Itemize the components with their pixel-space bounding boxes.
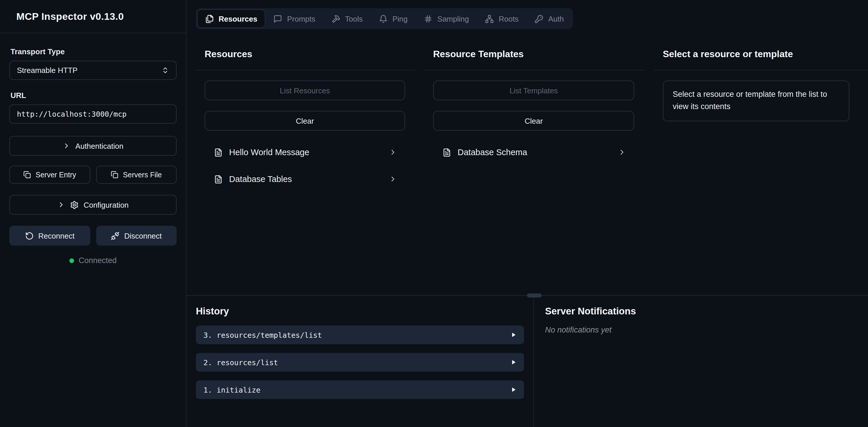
connection-buttons: Reconnect Disconnect xyxy=(9,226,177,246)
expand-icon-wrap xyxy=(510,359,517,365)
file-text-icon xyxy=(214,175,223,183)
gear-icon xyxy=(70,200,79,209)
server-notifications-title: Server Notifications xyxy=(545,306,868,317)
sidebar-body: Transport Type Streamable HTTP URL Authe… xyxy=(0,33,186,279)
chevron-right-icon xyxy=(618,148,626,156)
resource-templates-title: Resource Templates xyxy=(433,49,635,59)
clear-resources-button[interactable]: Clear xyxy=(205,111,405,131)
tab-roots[interactable]: Roots xyxy=(478,10,526,27)
app: MCP Inspector v0.13.0 Transport Type Str… xyxy=(0,0,868,427)
clear-templates-button[interactable]: Clear xyxy=(433,111,634,131)
detail-title: Select a resource or template xyxy=(663,49,859,59)
resource-item-hello-world-message[interactable]: Hello World Message xyxy=(205,139,405,166)
disconnect-button[interactable]: Disconnect xyxy=(96,226,177,246)
tab-auth[interactable]: Auth xyxy=(527,10,571,27)
resources-panel: Resources List Resources Clear Hello Wor… xyxy=(195,29,415,295)
tab-label: Ping xyxy=(393,14,408,23)
sidebar-header: MCP Inspector v0.13.0 xyxy=(0,0,186,33)
play-icon xyxy=(510,387,517,393)
detail-placeholder-text: Select a resource or template from the l… xyxy=(673,90,827,111)
tab-prompts[interactable]: Prompts xyxy=(266,10,323,27)
history-list: 3. resources/templates/list 2. resources… xyxy=(196,325,524,399)
key-icon xyxy=(535,14,544,23)
detail-placeholder-box: Select a resource or template from the l… xyxy=(663,81,849,121)
status-dot-icon xyxy=(69,258,74,263)
tab-label: Prompts xyxy=(287,14,315,23)
tab-label: Sampling xyxy=(437,14,469,23)
tab-label: Resources xyxy=(219,14,257,23)
configuration-label: Configuration xyxy=(84,200,129,209)
tab-row: Resources Prompts Tools Ping Sampling xyxy=(187,0,868,29)
history-entry[interactable]: 3. resources/templates/list xyxy=(196,325,524,344)
chevron-right-icon xyxy=(63,142,71,150)
file-text-icon xyxy=(214,148,223,156)
chevron-right-icon xyxy=(389,148,397,156)
list-resources-button[interactable]: List Resources xyxy=(205,81,405,100)
transport-type-value: Streamable HTTP xyxy=(17,66,78,75)
history-entry-label: 2. resources/list xyxy=(204,358,278,367)
servers-file-button[interactable]: Servers File xyxy=(96,166,177,184)
history-entry-label: 3. resources/templates/list xyxy=(204,331,322,339)
chevron-right-icon xyxy=(57,201,66,209)
template-item-label: Database Schema xyxy=(458,148,527,157)
configuration-button[interactable]: Configuration xyxy=(9,195,177,215)
files-icon xyxy=(205,14,214,23)
play-icon xyxy=(510,332,517,338)
main: Resources Prompts Tools Ping Sampling xyxy=(187,0,868,427)
tab-label: Tools xyxy=(345,14,363,23)
resources-list: Hello World Message Database Tables xyxy=(205,139,405,193)
detail-panel-body: Select a resource or template from the l… xyxy=(653,70,868,121)
resource-item-database-tables[interactable]: Database Tables xyxy=(205,166,405,193)
tab-ping[interactable]: Ping xyxy=(372,10,415,27)
sidebar: MCP Inspector v0.13.0 Transport Type Str… xyxy=(0,0,187,427)
disconnect-label: Disconnect xyxy=(124,231,162,240)
tab-sampling[interactable]: Sampling xyxy=(416,10,476,27)
connection-status: Connected xyxy=(9,256,177,265)
tab-label: Roots xyxy=(499,14,519,23)
app-title: MCP Inspector v0.13.0 xyxy=(16,11,169,23)
templates-list: Database Schema xyxy=(433,139,634,166)
transport-type-select[interactable]: Streamable HTTP xyxy=(9,61,177,80)
resources-title: Resources xyxy=(205,49,406,59)
notifications-empty-message: No notifications yet xyxy=(545,325,868,334)
resource-templates-panel-body: List Templates Clear Database Schema xyxy=(424,70,644,166)
resource-item-label: Database Tables xyxy=(229,174,292,184)
chevrons-up-down-icon xyxy=(161,66,169,74)
template-item-database-schema[interactable]: Database Schema xyxy=(433,139,634,166)
content-bottom: History 3. resources/templates/list 2. r… xyxy=(187,295,868,427)
server-config-buttons: Server Entry Servers File xyxy=(9,166,177,184)
url-input[interactable] xyxy=(9,105,177,124)
unplug-icon xyxy=(111,231,120,240)
tab-resources[interactable]: Resources xyxy=(197,10,265,27)
hammer-icon xyxy=(332,14,340,23)
resource-templates-panel-header: Resource Templates xyxy=(424,29,644,70)
tabbar: Resources Prompts Tools Ping Sampling xyxy=(196,8,573,29)
detail-panel: Select a resource or template Select a r… xyxy=(653,29,868,295)
hash-icon xyxy=(424,14,433,23)
resources-panel-body: List Resources Clear Hello World Message… xyxy=(195,70,415,193)
expand-icon-wrap xyxy=(510,387,517,393)
authentication-button[interactable]: Authentication xyxy=(9,136,177,156)
resources-panel-header: Resources xyxy=(195,29,415,70)
history-entry[interactable]: 1. initialize xyxy=(196,380,524,399)
list-templates-button[interactable]: List Templates xyxy=(433,81,634,100)
panel-resize-handle[interactable] xyxy=(527,293,541,297)
chevron-right-icon xyxy=(389,175,397,183)
server-notifications-panel: Server Notifications No notifications ye… xyxy=(534,296,868,427)
expand-icon-wrap xyxy=(510,332,517,338)
authentication-label: Authentication xyxy=(75,141,124,150)
reconnect-button[interactable]: Reconnect xyxy=(9,226,90,246)
message-square-icon xyxy=(274,14,282,23)
copy-icon xyxy=(111,171,118,178)
bell-icon xyxy=(379,14,388,23)
tab-tools[interactable]: Tools xyxy=(324,10,370,27)
file-text-icon xyxy=(442,148,451,156)
reconnect-label: Reconnect xyxy=(38,231,74,240)
history-entry[interactable]: 2. resources/list xyxy=(196,353,524,372)
server-entry-button[interactable]: Server Entry xyxy=(9,166,90,184)
history-entry-label: 1. initialize xyxy=(204,385,260,394)
transport-type-label: Transport Type xyxy=(10,47,177,56)
tab-label: Auth xyxy=(548,14,564,23)
status-label: Connected xyxy=(79,256,117,265)
network-icon xyxy=(485,14,494,23)
